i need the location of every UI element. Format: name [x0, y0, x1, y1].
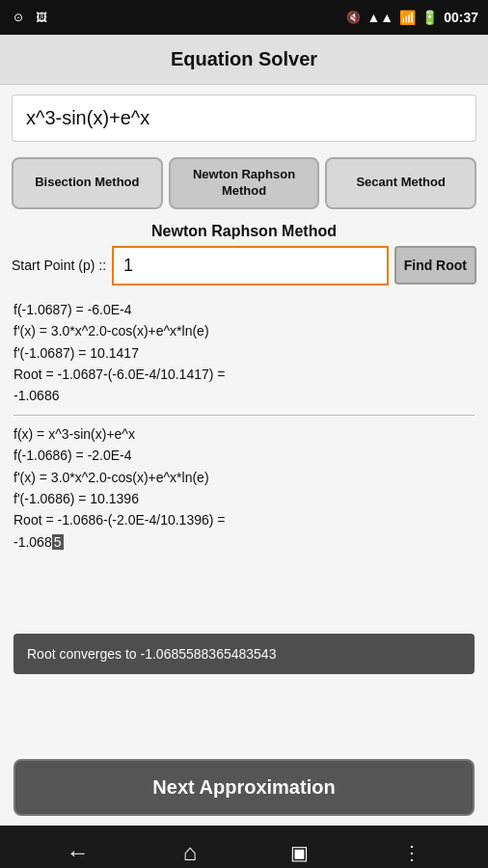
comp-line-5: -1.0686: [14, 385, 474, 406]
bottom-section: Next Approximation: [0, 749, 488, 826]
battery-icon: 🔋: [421, 10, 438, 25]
start-point-row: Start Point (p) :: Find Root: [12, 246, 476, 285]
comp2-line-1: f(x) = x^3-sin(x)+e^x: [14, 423, 474, 445]
comp2-line-4: f'(-1.0686) = 10.1396: [14, 488, 474, 509]
signal-icon: 📶: [399, 10, 416, 25]
comp-line-1: f(-1.0687) = -6.0E-4: [14, 299, 474, 320]
newton-raphson-method-button[interactable]: Newton Raphson Method: [169, 157, 320, 209]
divider: [14, 415, 474, 416]
status-left-icons: ⊙ 🖼: [10, 9, 50, 26]
convergence-banner: Root converges to -1.0685588365483543: [14, 634, 474, 674]
start-point-input[interactable]: [112, 246, 389, 285]
app-title: Equation Solver: [10, 48, 478, 70]
title-bar: Equation Solver: [0, 35, 488, 85]
recents-button[interactable]: ▣: [290, 841, 309, 864]
comp2-line-6: -1.0685: [14, 531, 474, 553]
comp-line-2: f'(x) = 3.0*x^2.0-cos(x)+e^x*ln(e): [14, 320, 474, 341]
more-button[interactable]: ⋮: [402, 841, 421, 864]
comp-line-4: Root = -1.0687-(-6.0E-4/10.1417) =: [14, 364, 474, 385]
nav-bar: ← ⌂ ▣ ⋮: [0, 826, 488, 868]
back-button[interactable]: ←: [67, 839, 90, 866]
app-container: Equation Solver x^3-sin(x)+e^x Bisection…: [0, 35, 488, 826]
equation-text: x^3-sin(x)+e^x: [26, 107, 149, 128]
comp2-line-3: f'(x) = 3.0*x^2.0-cos(x)+e^x*ln(e): [14, 467, 474, 488]
clock: 00:37: [444, 10, 478, 25]
comp2-line-5: Root = -1.0686-(-2.0E-4/10.1396) =: [14, 509, 474, 530]
wifi-icon: ▲▲: [366, 10, 393, 25]
status-right-area: 🔇 ▲▲ 📶 🔋 00:37: [346, 10, 478, 25]
convergence-text: Root converges to -1.0685588365483543: [27, 646, 276, 662]
start-point-label: Start Point (p) ::: [12, 258, 106, 273]
find-root-button[interactable]: Find Root: [394, 246, 476, 285]
computation-area: f(-1.0687) = -6.0E-4 f'(x) = 3.0*x^2.0-c…: [0, 293, 488, 749]
comp-line-3: f'(-1.0687) = 10.1417: [14, 342, 474, 364]
status-bar: ⊙ 🖼 🔇 ▲▲ 📶 🔋 00:37: [0, 0, 488, 35]
active-method-label: Newton Raphson Method: [0, 223, 488, 240]
image-icon: 🖼: [33, 9, 50, 26]
notification-icon: ⊙: [10, 9, 27, 26]
comp2-line-2: f(-1.0686) = -2.0E-4: [14, 445, 474, 466]
secant-method-button[interactable]: Secant Method: [325, 157, 476, 209]
method-buttons-row: Bisection Method Newton Raphson Method S…: [12, 157, 476, 209]
next-approximation-button[interactable]: Next Approximation: [14, 759, 474, 816]
mute-icon: 🔇: [346, 11, 361, 24]
home-button[interactable]: ⌂: [183, 839, 198, 866]
bisection-method-button[interactable]: Bisection Method: [12, 157, 163, 209]
equation-display: x^3-sin(x)+e^x: [12, 95, 476, 142]
